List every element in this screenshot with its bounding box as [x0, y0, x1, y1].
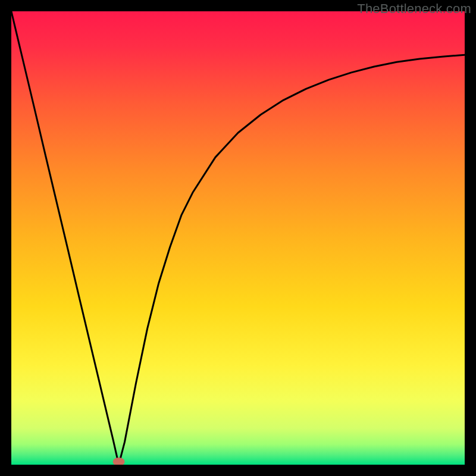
- chart-frame: [11, 11, 465, 465]
- bottleneck-chart: [11, 11, 465, 465]
- gradient-background: [11, 11, 465, 465]
